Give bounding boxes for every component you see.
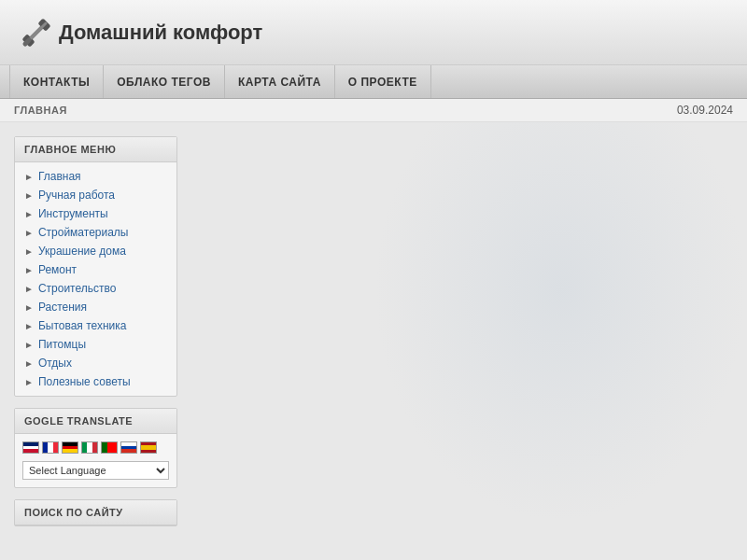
flag-spanish[interactable] xyxy=(140,441,157,454)
arrow-icon: ► xyxy=(24,340,34,350)
site-title: Домашний комфорт xyxy=(59,21,262,45)
nav-sitemap[interactable]: КАРТА САЙТА xyxy=(225,65,335,98)
menu-item-construction[interactable]: ► Строительство xyxy=(15,279,176,298)
menu-item-handcraft[interactable]: ► Ручная работа xyxy=(15,186,176,204)
flag-list xyxy=(15,434,176,458)
flag-french[interactable] xyxy=(42,441,59,454)
main-menu-title: ГЛАВНОЕ МЕНЮ xyxy=(15,137,176,162)
nav-tag-cloud[interactable]: ОБЛАКО ТЕГОВ xyxy=(104,65,225,98)
arrow-icon: ► xyxy=(24,302,34,313)
flag-russian[interactable] xyxy=(120,441,137,454)
arrow-icon: ► xyxy=(24,321,34,331)
menu-item-tools[interactable]: ► Инструменты xyxy=(15,204,176,223)
svg-line-4 xyxy=(25,40,29,44)
flag-portuguese[interactable] xyxy=(101,441,118,454)
menu-item-leisure[interactable]: ► Отдых xyxy=(15,354,176,372)
main-menu-list: ► Главная ► Ручная работа ► Инструменты … xyxy=(15,162,176,396)
flag-english[interactable] xyxy=(22,441,39,454)
language-select[interactable]: Select Language English Français Deutsch… xyxy=(22,461,169,480)
menu-item-appliances[interactable]: ► Бытовая техника xyxy=(15,316,176,335)
breadcrumb-bar: ГЛАВНАЯ 03.09.2024 xyxy=(0,99,747,122)
arrow-icon: ► xyxy=(24,172,34,182)
arrow-icon: ► xyxy=(24,209,34,219)
arrow-icon: ► xyxy=(24,377,34,387)
menu-item-plants[interactable]: ► Растения xyxy=(15,298,176,316)
sidebar: ГЛАВНОЕ МЕНЮ ► Главная ► Ручная работа ►… xyxy=(14,136,177,538)
search-title: ПОИСК ПО САЙТУ xyxy=(15,500,176,525)
flag-german[interactable] xyxy=(62,441,78,454)
menu-item-materials[interactable]: ► Стройматериалы xyxy=(15,223,176,242)
flag-italian[interactable] xyxy=(81,441,98,454)
arrow-icon: ► xyxy=(24,265,34,275)
search-box: ПОИСК ПО САЙТУ xyxy=(14,499,177,526)
nav-contacts[interactable]: КОНТАКТЫ xyxy=(9,65,104,98)
arrow-icon: ► xyxy=(24,246,34,257)
menu-item-tips[interactable]: ► Полезные советы xyxy=(15,372,176,391)
arrow-icon: ► xyxy=(24,358,34,369)
arrow-icon: ► xyxy=(24,228,34,238)
main-content: ГЛАВНОЕ МЕНЮ ► Главная ► Ручная работа ►… xyxy=(0,122,747,552)
translate-box: GOGLE TRANSLATE Select Language English … xyxy=(14,408,177,488)
menu-item-home[interactable]: ► Главная xyxy=(15,167,176,186)
arrow-icon: ► xyxy=(24,190,34,201)
header: Домашний комфорт xyxy=(0,0,747,65)
logo-icon xyxy=(14,10,59,55)
translate-title: GOGLE TRANSLATE xyxy=(15,409,176,434)
main-menu-box: ГЛАВНОЕ МЕНЮ ► Главная ► Ручная работа ►… xyxy=(14,136,177,397)
nav-about[interactable]: О ПРОЕКТЕ xyxy=(335,65,431,98)
menu-item-repair[interactable]: ► Ремонт xyxy=(15,260,176,279)
arrow-icon: ► xyxy=(24,284,34,294)
breadcrumb: ГЛАВНАЯ xyxy=(14,105,67,116)
date-display: 03.09.2024 xyxy=(677,104,733,117)
menu-item-decor[interactable]: ► Украшение дома xyxy=(15,242,176,260)
menu-item-pets[interactable]: ► Питомцы xyxy=(15,335,176,354)
navbar: КОНТАКТЫ ОБЛАКО ТЕГОВ КАРТА САЙТА О ПРОЕ… xyxy=(0,65,747,99)
